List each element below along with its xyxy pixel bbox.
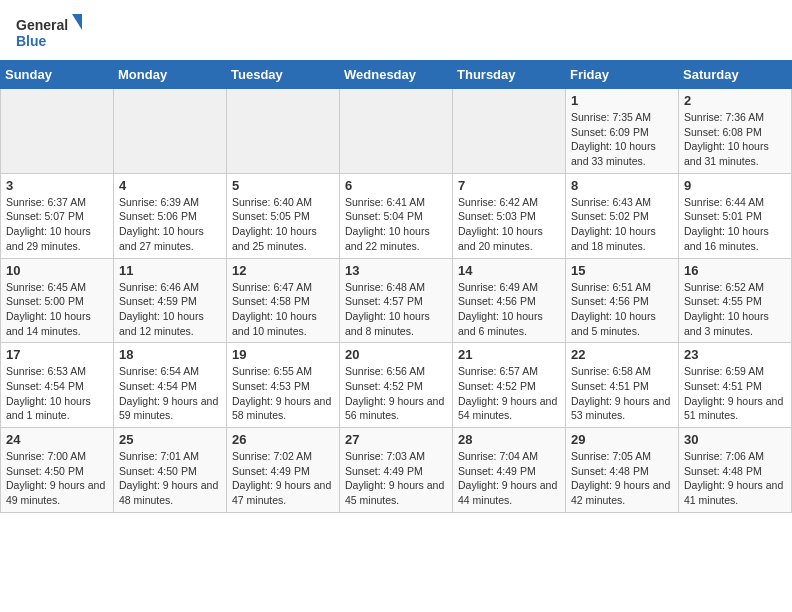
day-number: 11: [119, 263, 221, 278]
calendar-cell: 21Sunrise: 6:57 AM Sunset: 4:52 PM Dayli…: [453, 343, 566, 428]
day-info: Sunrise: 6:40 AM Sunset: 5:05 PM Dayligh…: [232, 195, 334, 254]
logo: GeneralBlue: [16, 12, 86, 52]
day-number: 24: [6, 432, 108, 447]
logo-svg: GeneralBlue: [16, 12, 86, 52]
day-info: Sunrise: 6:51 AM Sunset: 4:56 PM Dayligh…: [571, 280, 673, 339]
day-info: Sunrise: 6:45 AM Sunset: 5:00 PM Dayligh…: [6, 280, 108, 339]
calendar-cell: 28Sunrise: 7:04 AM Sunset: 4:49 PM Dayli…: [453, 428, 566, 513]
day-number: 20: [345, 347, 447, 362]
day-info: Sunrise: 7:03 AM Sunset: 4:49 PM Dayligh…: [345, 449, 447, 508]
day-number: 27: [345, 432, 447, 447]
day-number: 3: [6, 178, 108, 193]
weekday-header: Thursday: [453, 61, 566, 89]
day-info: Sunrise: 7:04 AM Sunset: 4:49 PM Dayligh…: [458, 449, 560, 508]
day-info: Sunrise: 6:55 AM Sunset: 4:53 PM Dayligh…: [232, 364, 334, 423]
calendar-cell: 16Sunrise: 6:52 AM Sunset: 4:55 PM Dayli…: [679, 258, 792, 343]
calendar-cell: 6Sunrise: 6:41 AM Sunset: 5:04 PM Daylig…: [340, 173, 453, 258]
day-info: Sunrise: 7:06 AM Sunset: 4:48 PM Dayligh…: [684, 449, 786, 508]
calendar-cell: [340, 89, 453, 174]
calendar-cell: 5Sunrise: 6:40 AM Sunset: 5:05 PM Daylig…: [227, 173, 340, 258]
day-number: 19: [232, 347, 334, 362]
day-number: 13: [345, 263, 447, 278]
day-info: Sunrise: 6:47 AM Sunset: 4:58 PM Dayligh…: [232, 280, 334, 339]
day-number: 10: [6, 263, 108, 278]
day-info: Sunrise: 7:00 AM Sunset: 4:50 PM Dayligh…: [6, 449, 108, 508]
day-number: 9: [684, 178, 786, 193]
calendar-cell: 4Sunrise: 6:39 AM Sunset: 5:06 PM Daylig…: [114, 173, 227, 258]
day-info: Sunrise: 6:57 AM Sunset: 4:52 PM Dayligh…: [458, 364, 560, 423]
calendar-cell: [1, 89, 114, 174]
day-info: Sunrise: 6:43 AM Sunset: 5:02 PM Dayligh…: [571, 195, 673, 254]
day-number: 17: [6, 347, 108, 362]
weekday-header: Friday: [566, 61, 679, 89]
calendar-header-row: SundayMondayTuesdayWednesdayThursdayFrid…: [1, 61, 792, 89]
weekday-header: Monday: [114, 61, 227, 89]
calendar-week-row: 1Sunrise: 7:35 AM Sunset: 6:09 PM Daylig…: [1, 89, 792, 174]
day-info: Sunrise: 6:44 AM Sunset: 5:01 PM Dayligh…: [684, 195, 786, 254]
day-info: Sunrise: 7:35 AM Sunset: 6:09 PM Dayligh…: [571, 110, 673, 169]
day-info: Sunrise: 6:42 AM Sunset: 5:03 PM Dayligh…: [458, 195, 560, 254]
weekday-header: Sunday: [1, 61, 114, 89]
calendar-week-row: 24Sunrise: 7:00 AM Sunset: 4:50 PM Dayli…: [1, 428, 792, 513]
day-number: 7: [458, 178, 560, 193]
page-header: GeneralBlue: [0, 0, 792, 60]
calendar-cell: 20Sunrise: 6:56 AM Sunset: 4:52 PM Dayli…: [340, 343, 453, 428]
day-info: Sunrise: 6:53 AM Sunset: 4:54 PM Dayligh…: [6, 364, 108, 423]
calendar-cell: 14Sunrise: 6:49 AM Sunset: 4:56 PM Dayli…: [453, 258, 566, 343]
calendar-cell: 22Sunrise: 6:58 AM Sunset: 4:51 PM Dayli…: [566, 343, 679, 428]
calendar-cell: 2Sunrise: 7:36 AM Sunset: 6:08 PM Daylig…: [679, 89, 792, 174]
day-number: 4: [119, 178, 221, 193]
calendar-cell: 3Sunrise: 6:37 AM Sunset: 5:07 PM Daylig…: [1, 173, 114, 258]
calendar-cell: 9Sunrise: 6:44 AM Sunset: 5:01 PM Daylig…: [679, 173, 792, 258]
weekday-header: Tuesday: [227, 61, 340, 89]
calendar-cell: 19Sunrise: 6:55 AM Sunset: 4:53 PM Dayli…: [227, 343, 340, 428]
day-info: Sunrise: 6:59 AM Sunset: 4:51 PM Dayligh…: [684, 364, 786, 423]
day-number: 26: [232, 432, 334, 447]
calendar-cell: 1Sunrise: 7:35 AM Sunset: 6:09 PM Daylig…: [566, 89, 679, 174]
calendar-cell: 7Sunrise: 6:42 AM Sunset: 5:03 PM Daylig…: [453, 173, 566, 258]
day-number: 28: [458, 432, 560, 447]
calendar-cell: 30Sunrise: 7:06 AM Sunset: 4:48 PM Dayli…: [679, 428, 792, 513]
calendar-cell: 18Sunrise: 6:54 AM Sunset: 4:54 PM Dayli…: [114, 343, 227, 428]
calendar-week-row: 17Sunrise: 6:53 AM Sunset: 4:54 PM Dayli…: [1, 343, 792, 428]
calendar-week-row: 10Sunrise: 6:45 AM Sunset: 5:00 PM Dayli…: [1, 258, 792, 343]
calendar-cell: [453, 89, 566, 174]
day-info: Sunrise: 6:37 AM Sunset: 5:07 PM Dayligh…: [6, 195, 108, 254]
day-number: 25: [119, 432, 221, 447]
day-number: 18: [119, 347, 221, 362]
day-number: 2: [684, 93, 786, 108]
day-info: Sunrise: 6:41 AM Sunset: 5:04 PM Dayligh…: [345, 195, 447, 254]
day-info: Sunrise: 6:58 AM Sunset: 4:51 PM Dayligh…: [571, 364, 673, 423]
day-number: 14: [458, 263, 560, 278]
calendar-cell: [227, 89, 340, 174]
day-info: Sunrise: 7:05 AM Sunset: 4:48 PM Dayligh…: [571, 449, 673, 508]
day-number: 1: [571, 93, 673, 108]
day-number: 5: [232, 178, 334, 193]
svg-text:General: General: [16, 17, 68, 33]
day-info: Sunrise: 6:46 AM Sunset: 4:59 PM Dayligh…: [119, 280, 221, 339]
day-info: Sunrise: 6:48 AM Sunset: 4:57 PM Dayligh…: [345, 280, 447, 339]
day-number: 16: [684, 263, 786, 278]
day-number: 12: [232, 263, 334, 278]
day-number: 23: [684, 347, 786, 362]
calendar-cell: 17Sunrise: 6:53 AM Sunset: 4:54 PM Dayli…: [1, 343, 114, 428]
day-number: 15: [571, 263, 673, 278]
calendar-cell: 26Sunrise: 7:02 AM Sunset: 4:49 PM Dayli…: [227, 428, 340, 513]
day-number: 22: [571, 347, 673, 362]
day-info: Sunrise: 6:39 AM Sunset: 5:06 PM Dayligh…: [119, 195, 221, 254]
calendar-cell: 15Sunrise: 6:51 AM Sunset: 4:56 PM Dayli…: [566, 258, 679, 343]
day-info: Sunrise: 6:56 AM Sunset: 4:52 PM Dayligh…: [345, 364, 447, 423]
calendar-cell: 10Sunrise: 6:45 AM Sunset: 5:00 PM Dayli…: [1, 258, 114, 343]
weekday-header: Wednesday: [340, 61, 453, 89]
calendar-cell: 13Sunrise: 6:48 AM Sunset: 4:57 PM Dayli…: [340, 258, 453, 343]
day-info: Sunrise: 6:49 AM Sunset: 4:56 PM Dayligh…: [458, 280, 560, 339]
weekday-header: Saturday: [679, 61, 792, 89]
day-info: Sunrise: 7:02 AM Sunset: 4:49 PM Dayligh…: [232, 449, 334, 508]
day-number: 29: [571, 432, 673, 447]
calendar-cell: 24Sunrise: 7:00 AM Sunset: 4:50 PM Dayli…: [1, 428, 114, 513]
svg-marker-2: [72, 14, 82, 30]
calendar-cell: [114, 89, 227, 174]
day-number: 8: [571, 178, 673, 193]
calendar-table: SundayMondayTuesdayWednesdayThursdayFrid…: [0, 60, 792, 513]
day-info: Sunrise: 6:52 AM Sunset: 4:55 PM Dayligh…: [684, 280, 786, 339]
